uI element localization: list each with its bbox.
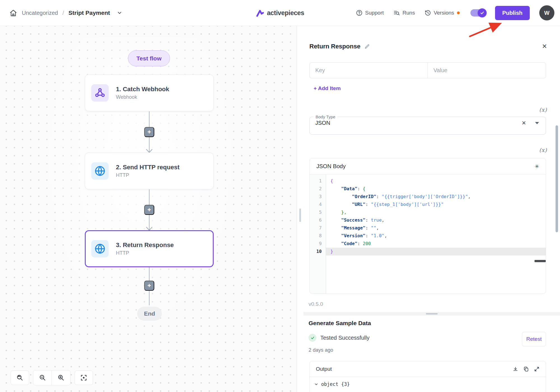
- test-status-label: Tested Successfully: [320, 335, 370, 341]
- body-type-controls: ✕: [522, 120, 539, 126]
- runs-button[interactable]: Runs: [393, 10, 415, 16]
- clear-selection-icon[interactable]: ✕: [522, 120, 526, 126]
- test-flow-button[interactable]: Test flow: [128, 50, 170, 66]
- globe-icon: [91, 162, 109, 180]
- code-line[interactable]: "URL": "{{step_1['body']['url']}}": [326, 201, 546, 208]
- line-number: 3: [310, 193, 326, 201]
- chevron-down-icon: [314, 382, 318, 386]
- fit-to-view-icon: [80, 374, 87, 381]
- insert-variable-icon[interactable]: (x): [539, 147, 547, 153]
- versions-wrap: Versions: [424, 10, 460, 16]
- panel-scrollbar-thumb[interactable]: [556, 125, 558, 232]
- code-line[interactable]: "OrderID": "{{trigger['body']['OrderID']…: [326, 193, 546, 201]
- line-number: 8: [310, 232, 326, 240]
- body-type-value: JSON: [315, 120, 330, 126]
- zoom-reset-button[interactable]: [11, 370, 29, 385]
- line-number: 4: [310, 201, 326, 208]
- code-line[interactable]: "Message": "",: [326, 224, 546, 232]
- output-tree-root[interactable]: object {3}: [310, 377, 546, 387]
- output-header: Output: [310, 361, 546, 377]
- top-bar: Uncategorized / Stript Payment activepie…: [0, 0, 560, 26]
- zoom-in-button[interactable]: [52, 370, 70, 385]
- line-number: 2: [310, 185, 326, 193]
- add-step-button[interactable]: +: [144, 281, 154, 291]
- connector-3: +: [144, 267, 154, 305]
- retest-button[interactable]: Retest: [522, 332, 546, 346]
- generate-sample-data-heading: Generate Sample Data: [309, 320, 371, 327]
- step-card-catch-webhook[interactable]: 1. Catch Webhook Webhook: [85, 74, 214, 111]
- resize-handle[interactable]: [299, 208, 301, 222]
- add-step-button[interactable]: +: [144, 205, 154, 215]
- step-title: 3. Return Response: [116, 241, 174, 249]
- value-input[interactable]: [428, 62, 546, 78]
- flow-title[interactable]: Stript Payment: [69, 10, 110, 16]
- line-number: 1: [310, 177, 326, 185]
- flow-enabled-toggle[interactable]: [470, 9, 486, 17]
- user-avatar[interactable]: W: [539, 5, 554, 20]
- section-divider[interactable]: [304, 312, 560, 316]
- versions-button[interactable]: Versions: [424, 10, 454, 16]
- last-tested-time: 2 days ago: [309, 347, 333, 353]
- code-line[interactable]: "Success": true,: [326, 216, 546, 224]
- add-step-button[interactable]: +: [144, 127, 154, 137]
- main-area: Test flow 1. Catch Webhook Webhook +: [0, 26, 560, 392]
- step-settings-panel: Return Response ✕ + Add Item (x) Body Ty…: [304, 26, 560, 392]
- breadcrumb-separator: /: [62, 10, 64, 16]
- brand-name: activepieces: [267, 9, 304, 17]
- code-line[interactable]: "Code": 200: [326, 240, 546, 248]
- expand-icon[interactable]: [534, 366, 540, 372]
- support-button[interactable]: Support: [356, 10, 384, 16]
- add-item-button[interactable]: + Add Item: [314, 85, 341, 91]
- line-number: 5: [310, 208, 326, 216]
- zoom-out-icon: [39, 374, 46, 381]
- breadcrumb: Uncategorized / Stript Payment: [8, 8, 122, 18]
- close-panel-button[interactable]: ✕: [542, 43, 547, 50]
- code-editor[interactable]: 12345678910 { "Data": { "OrderID": "{{tr…: [310, 175, 546, 294]
- globe-icon: [91, 240, 109, 257]
- step-subtitle: HTTP: [116, 172, 179, 178]
- breadcrumb-folder[interactable]: Uncategorized: [22, 10, 58, 16]
- code-line[interactable]: },: [326, 208, 546, 216]
- code-line[interactable]: {: [326, 177, 546, 185]
- step-card-return-response[interactable]: 3. Return Response HTTP: [85, 230, 214, 267]
- home-icon: [10, 9, 17, 17]
- json-body-editor: JSON Body ✳ 12345678910 { "Data": { "Ord…: [309, 158, 546, 294]
- body-type-select[interactable]: Body Type JSON ✕: [309, 114, 546, 135]
- key-input[interactable]: [309, 62, 428, 78]
- code-line[interactable]: }: [326, 248, 546, 255]
- end-node: End: [137, 307, 162, 321]
- chevron-down-icon[interactable]: [117, 10, 122, 16]
- connector-1: +: [144, 111, 154, 152]
- download-icon[interactable]: [513, 366, 518, 372]
- runs-label: Runs: [403, 10, 415, 16]
- fit-to-view-button[interactable]: [74, 370, 93, 385]
- flow-canvas[interactable]: Test flow 1. Catch Webhook Webhook +: [0, 26, 297, 392]
- code-horizontal-scrollbar[interactable]: [535, 260, 546, 262]
- webhook-icon: [91, 84, 109, 102]
- success-check-icon: [309, 334, 316, 342]
- zoom-out-button[interactable]: [33, 370, 52, 385]
- publish-button[interactable]: Publish: [495, 6, 530, 20]
- home-button[interactable]: [8, 8, 18, 18]
- select-caret-icon[interactable]: [535, 122, 539, 124]
- step-subtitle: HTTP: [116, 250, 174, 256]
- format-sparkle-icon[interactable]: ✳: [535, 163, 539, 170]
- connector-2: +: [144, 189, 154, 230]
- code-lines: { "Data": { "OrderID": "{{trigger['body'…: [326, 175, 546, 294]
- step-card-send-http[interactable]: 2. Send HTTP request HTTP: [85, 152, 214, 189]
- body-type-label: Body Type: [314, 114, 337, 119]
- insert-variable-icon[interactable]: (x): [539, 107, 547, 113]
- code-line[interactable]: "Data": {: [326, 185, 546, 193]
- toggle-thumb: [478, 8, 487, 17]
- panel-title-row: Return Response: [309, 43, 370, 50]
- runs-icon: [393, 10, 400, 16]
- support-label: Support: [365, 10, 384, 16]
- history-icon: [424, 10, 431, 16]
- code-line[interactable]: "Version": "1.0",: [326, 232, 546, 240]
- edit-pencil-icon[interactable]: [364, 44, 370, 49]
- test-status-row: Tested Successfully: [309, 334, 370, 342]
- node-count: {3}: [341, 381, 350, 387]
- step-texts: 2. Send HTTP request HTTP: [116, 164, 179, 178]
- copy-icon[interactable]: [523, 366, 529, 372]
- output-actions: [513, 366, 540, 372]
